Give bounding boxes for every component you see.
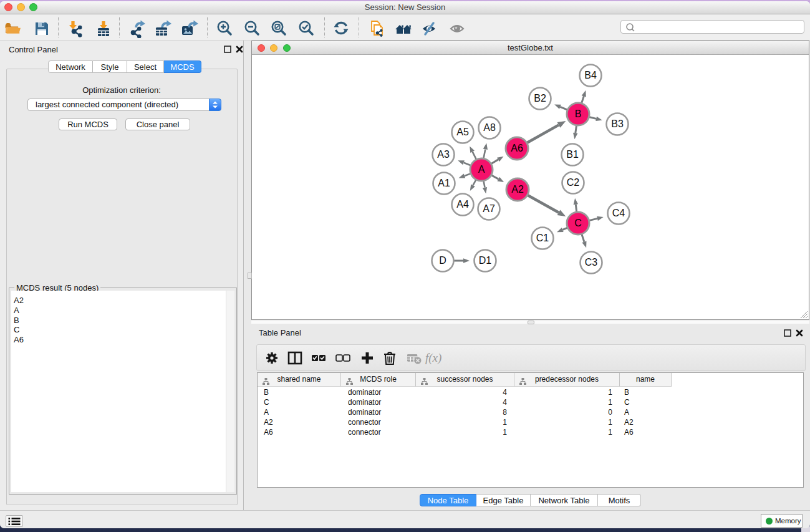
svg-text:A6: A6 [511,143,523,153]
svg-text:D: D [439,255,446,266]
svg-text:B2: B2 [534,93,546,104]
svg-text:C3: C3 [585,257,598,268]
svg-text:A4: A4 [456,199,469,210]
svg-text:A2: A2 [511,184,524,195]
svg-text:B: B [575,109,582,119]
svg-text:A3: A3 [437,149,450,160]
svg-text:B3: B3 [611,118,624,129]
svg-text:A1: A1 [438,178,450,188]
svg-text:A: A [478,164,485,175]
svg-text:A7: A7 [483,203,495,214]
svg-text:C4: C4 [612,208,625,218]
svg-text:B1: B1 [566,149,579,160]
svg-text:C: C [574,218,582,228]
svg-text:D1: D1 [479,255,492,266]
svg-text:A5: A5 [456,127,469,137]
svg-text:C2: C2 [567,177,580,188]
svg-text:A8: A8 [483,122,496,133]
svg-text:f(x): f(x) [425,351,441,365]
svg-text:C1: C1 [536,233,549,243]
svg-text:B4: B4 [584,70,597,80]
